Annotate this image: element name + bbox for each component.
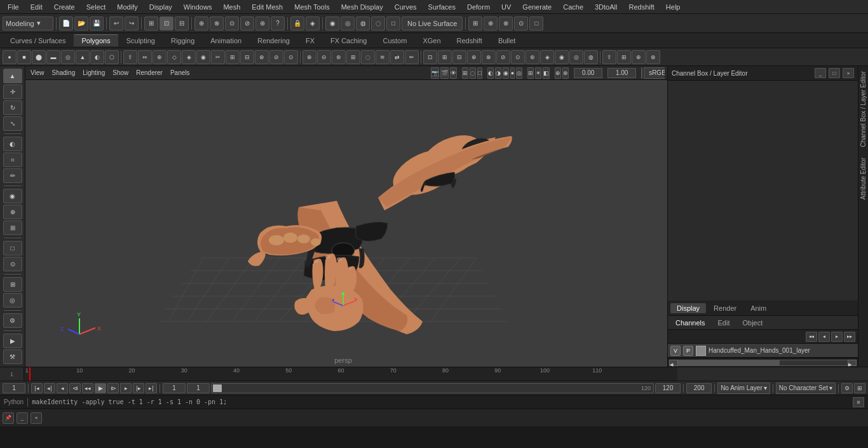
uv-btn3[interactable]: ⊟	[452, 50, 466, 64]
poly-paint-btn[interactable]: ✏	[405, 50, 419, 64]
tab-polygons[interactable]: Polygons	[74, 34, 118, 46]
uv-btn4[interactable]: ⊕	[467, 50, 481, 64]
rpanel-close-btn[interactable]: ×	[843, 68, 854, 78]
poly-poke-btn[interactable]: ◈	[182, 50, 196, 64]
vp-shading-menu[interactable]: Shading	[50, 69, 78, 76]
snap-btn5[interactable]: ⊛	[255, 17, 269, 31]
menu-curves[interactable]: Curves	[390, 2, 422, 12]
uv-btn6[interactable]: ⊘	[496, 50, 510, 64]
poly-loop-btn[interactable]: ⊙	[284, 50, 298, 64]
vp-view-menu[interactable]: View	[28, 69, 47, 76]
range-end-input[interactable]	[187, 383, 210, 393]
poly-split-btn[interactable]: ⊘	[269, 50, 283, 64]
current-frame-input[interactable]	[3, 383, 25, 393]
move-tool-btn[interactable]: ✛	[3, 85, 22, 99]
undo-btn[interactable]: ↩	[109, 17, 123, 31]
transform-btn3[interactable]: ⊟	[175, 17, 189, 31]
snap-surface-btn[interactable]: ⊘	[240, 17, 254, 31]
poly-wedge-btn[interactable]: ◇	[167, 50, 181, 64]
timeline-track[interactable]: 1 10 20 30 40 50 60 70 80 90 100 110	[24, 367, 677, 381]
vp-color-space-swatch[interactable]	[641, 67, 642, 79]
poly-combine-btn[interactable]: ⊕	[302, 50, 316, 64]
menu-redshift[interactable]: Redshift	[623, 2, 659, 12]
grid-btn[interactable]: ⊞	[3, 277, 22, 292]
menu-mesh[interactable]: Mesh	[218, 2, 245, 12]
poly-connect-btn[interactable]: ⊞	[226, 50, 240, 64]
vp-panels-menu[interactable]: Panels	[168, 69, 193, 76]
script-editor-btn[interactable]: ≡	[853, 397, 864, 407]
rpanel-tab-display[interactable]: Display	[670, 303, 706, 313]
menu-3dtoall[interactable]: 3DtoAll	[590, 2, 622, 12]
marquee-btn[interactable]: □	[3, 241, 22, 255]
vp-shading1-btn[interactable]: ◐	[487, 67, 494, 79]
vp-bbox-btn[interactable]: □	[477, 67, 482, 79]
menu-generate[interactable]: Generate	[517, 2, 557, 12]
redo-btn[interactable]: ↪	[125, 17, 139, 31]
no-anim-layer-dropdown[interactable]: No Anim Layer ▾	[717, 383, 770, 394]
next-key-btn[interactable]: ⧐	[107, 383, 119, 393]
attribute-editor-side-label[interactable]: Attribute Editor	[860, 153, 867, 205]
vp-shadow-btn[interactable]: ◧	[543, 67, 550, 79]
layers-next-btn[interactable]: ▸	[831, 332, 843, 342]
poly-extract-btn[interactable]: ⊛	[332, 50, 346, 64]
menu-uv[interactable]: UV	[496, 2, 516, 12]
vp-cam-btn[interactable]: 📷	[431, 67, 439, 79]
win-pin-btn[interactable]: 📌	[3, 412, 14, 424]
workspace-dropdown[interactable]: Modeling ▾	[3, 17, 53, 31]
scrollbar-left-btn[interactable]: ◂	[669, 360, 678, 366]
rpanel-subtab-options[interactable]: Edit	[712, 318, 735, 328]
lock-btn[interactable]: 🔒	[290, 17, 304, 31]
timeline-slider[interactable]: 120	[211, 383, 654, 393]
uv-btn5[interactable]: ⊗	[482, 50, 496, 64]
range-end2-input[interactable]	[655, 383, 681, 393]
menu-deform[interactable]: Deform	[462, 2, 495, 12]
menu-create[interactable]: Create	[49, 2, 80, 12]
snap-point-btn[interactable]: ⊙	[225, 17, 239, 31]
poly-separate-btn[interactable]: ⊖	[317, 50, 331, 64]
menu-help[interactable]: Help	[661, 2, 686, 12]
menu-modify[interactable]: Modify	[112, 2, 142, 12]
right-panel-scrollbar[interactable]: ◂ ▸	[668, 358, 858, 367]
vp-shading4-btn[interactable]: ●	[510, 67, 515, 79]
vp-x-ray-btn[interactable]: ⊗	[562, 67, 569, 79]
save-scene-btn[interactable]: 💾	[90, 17, 104, 31]
poly-sphere-btn[interactable]: ●	[3, 50, 17, 64]
tb-extra-btn5[interactable]: □	[529, 17, 543, 31]
poly-disk-btn[interactable]: ◐	[90, 50, 104, 64]
scrollbar-track[interactable]	[678, 360, 848, 366]
lasso-btn[interactable]: ⌗	[3, 153, 22, 167]
menu-cache[interactable]: Cache	[558, 2, 588, 12]
tab-animation[interactable]: Animation	[203, 35, 249, 46]
vp-grid-btn[interactable]: ⊞	[527, 67, 534, 79]
poly-bool-btn[interactable]: ⊞	[346, 50, 360, 64]
uv-btn8[interactable]: ⊛	[526, 50, 539, 64]
vp-light-btn[interactable]: ☀	[535, 67, 541, 79]
select-tool-btn[interactable]: ▲	[3, 69, 22, 83]
tab-bullet[interactable]: Bullet	[491, 35, 524, 46]
deform-btn4[interactable]: ⊗	[646, 50, 660, 64]
poly-plane-btn[interactable]: ▬	[46, 50, 60, 64]
poly-bridge-btn[interactable]: ⇔	[138, 50, 152, 64]
sculpt-btn[interactable]: ◉	[3, 189, 22, 203]
paint-sel-btn[interactable]: ✏	[3, 168, 22, 183]
rpanel-maximize-btn[interactable]: □	[829, 68, 840, 78]
vp-gamma-input[interactable]	[607, 68, 636, 78]
show-manip-btn[interactable]: ⊞	[3, 221, 22, 235]
live-surface-btn[interactable]: No Live Surface	[402, 17, 463, 31]
highlight-btn[interactable]: ◈	[306, 17, 320, 31]
open-scene-btn[interactable]: 📂	[74, 17, 88, 31]
deform-btn2[interactable]: ⊞	[617, 50, 631, 64]
menu-file[interactable]: File	[3, 2, 24, 12]
camera-btn[interactable]: ◎	[3, 293, 22, 308]
channel-box-side-label[interactable]: Channel Box / Layer Editor	[860, 66, 867, 153]
poly-bevel-btn[interactable]: ◉	[196, 50, 210, 64]
layer-row[interactable]: V P Handcuffed_Man_Hands_001_layer	[668, 344, 858, 358]
tb-extra-btn4[interactable]: ⊙	[514, 17, 528, 31]
total-frames-input[interactable]	[686, 383, 712, 393]
poly-cube-btn[interactable]: ■	[17, 50, 31, 64]
tab-fx[interactable]: FX	[298, 35, 322, 46]
menu-select[interactable]: Select	[81, 2, 111, 12]
anim-settings-btn[interactable]: ⚙	[841, 383, 853, 393]
vp-shading3-btn[interactable]: ◉	[503, 67, 509, 79]
poly-transfer-btn[interactable]: ⇄	[390, 50, 404, 64]
